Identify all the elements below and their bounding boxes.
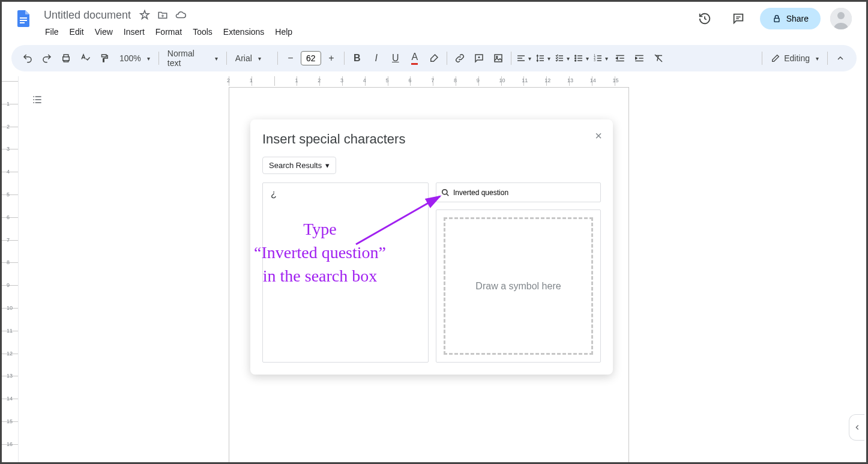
category-dropdown[interactable]: Search Results ▾ bbox=[262, 157, 336, 174]
clear-format-button[interactable] bbox=[649, 49, 668, 67]
search-input[interactable] bbox=[453, 188, 595, 197]
print-button[interactable] bbox=[57, 49, 75, 67]
decrease-font-button[interactable]: − bbox=[282, 49, 300, 67]
show-outline-button[interactable] bbox=[28, 91, 46, 109]
decrease-indent-button[interactable] bbox=[611, 49, 629, 67]
menu-extensions[interactable]: Extensions bbox=[219, 25, 269, 39]
zoom-dropdown[interactable]: 100% bbox=[115, 51, 155, 65]
comment-button[interactable] bbox=[470, 49, 488, 67]
annotation-text: Type “Inverted question” in the search b… bbox=[212, 217, 428, 288]
svg-point-5 bbox=[837, 12, 845, 19]
app-header: Untitled document File Edit View Insert … bbox=[2, 2, 866, 40]
italic-button[interactable]: I bbox=[367, 49, 385, 67]
svg-point-8 bbox=[496, 56, 497, 58]
menu-help[interactable]: Help bbox=[270, 25, 297, 39]
increase-indent-button[interactable] bbox=[630, 49, 648, 67]
search-field[interactable] bbox=[436, 182, 601, 202]
avatar[interactable] bbox=[830, 8, 852, 29]
lock-icon bbox=[772, 14, 782, 23]
character-result[interactable]: ¿ bbox=[265, 185, 282, 202]
font-size-input[interactable] bbox=[301, 51, 321, 65]
close-button[interactable]: × bbox=[595, 129, 602, 143]
side-panel-toggle[interactable] bbox=[849, 414, 864, 441]
menu-view[interactable]: View bbox=[90, 25, 118, 39]
line-spacing-button[interactable] bbox=[534, 49, 552, 67]
share-button[interactable]: Share bbox=[760, 8, 821, 29]
paint-format-button[interactable] bbox=[95, 49, 113, 67]
docs-logo[interactable] bbox=[11, 7, 35, 31]
editing-mode-dropdown[interactable]: Editing bbox=[766, 51, 824, 65]
chevron-down-icon: ▾ bbox=[325, 161, 330, 170]
spellcheck-button[interactable] bbox=[76, 49, 94, 67]
svg-point-9 bbox=[575, 55, 576, 56]
svg-rect-7 bbox=[495, 55, 502, 62]
redo-button[interactable] bbox=[38, 49, 56, 67]
star-icon[interactable] bbox=[139, 10, 150, 20]
underline-button[interactable]: U bbox=[387, 49, 405, 67]
move-icon[interactable] bbox=[157, 10, 168, 20]
svg-text:3: 3 bbox=[594, 59, 596, 62]
bold-button[interactable]: B bbox=[348, 49, 366, 67]
dialog-title: Insert special characters bbox=[262, 131, 601, 147]
link-button[interactable] bbox=[451, 49, 469, 67]
svg-rect-2 bbox=[20, 22, 25, 23]
undo-button[interactable] bbox=[19, 49, 37, 67]
history-icon[interactable] bbox=[693, 7, 717, 31]
checklist-button[interactable] bbox=[553, 49, 571, 67]
collapse-toolbar-button[interactable] bbox=[831, 49, 849, 67]
document-title[interactable]: Untitled document bbox=[40, 8, 134, 23]
highlight-button[interactable] bbox=[425, 49, 443, 67]
vertical-ruler: 12345678910111213141516 bbox=[2, 76, 19, 464]
toolbar: 100% Normal text Arial − + B I U A 123 E… bbox=[11, 45, 857, 71]
menu-tools[interactable]: Tools bbox=[188, 25, 217, 39]
svg-point-10 bbox=[575, 58, 576, 59]
menu-bar: File Edit View Insert Format Tools Exten… bbox=[40, 23, 693, 40]
title-area: Untitled document File Edit View Insert … bbox=[40, 7, 693, 40]
menu-insert[interactable]: Insert bbox=[119, 25, 149, 39]
draw-panel[interactable]: Draw a symbol here bbox=[436, 209, 601, 363]
align-button[interactable] bbox=[515, 49, 533, 67]
svg-rect-0 bbox=[20, 17, 27, 19]
numbered-list-button[interactable]: 123 bbox=[592, 49, 610, 67]
cloud-icon[interactable] bbox=[175, 10, 186, 20]
horizontal-ruler: 21123456789101112131415 bbox=[229, 76, 866, 86]
svg-rect-6 bbox=[63, 57, 70, 61]
increase-font-button[interactable]: + bbox=[322, 49, 340, 67]
svg-rect-1 bbox=[20, 20, 27, 21]
share-label: Share bbox=[786, 14, 809, 23]
pencil-icon bbox=[771, 53, 780, 63]
bullet-list-button[interactable] bbox=[573, 49, 591, 67]
svg-point-11 bbox=[575, 60, 576, 61]
comments-icon[interactable] bbox=[726, 7, 750, 31]
font-dropdown[interactable]: Arial bbox=[231, 51, 274, 65]
svg-rect-3 bbox=[774, 18, 779, 22]
draw-hint: Draw a symbol here bbox=[475, 281, 561, 292]
content-area: 12345678910111213141516 2112345678910111… bbox=[2, 76, 866, 464]
menu-format[interactable]: Format bbox=[151, 25, 187, 39]
image-button[interactable] bbox=[489, 49, 507, 67]
menu-edit[interactable]: Edit bbox=[65, 25, 89, 39]
text-color-button[interactable]: A bbox=[406, 49, 424, 67]
style-dropdown[interactable]: Normal text bbox=[163, 46, 223, 70]
menu-file[interactable]: File bbox=[40, 25, 64, 39]
